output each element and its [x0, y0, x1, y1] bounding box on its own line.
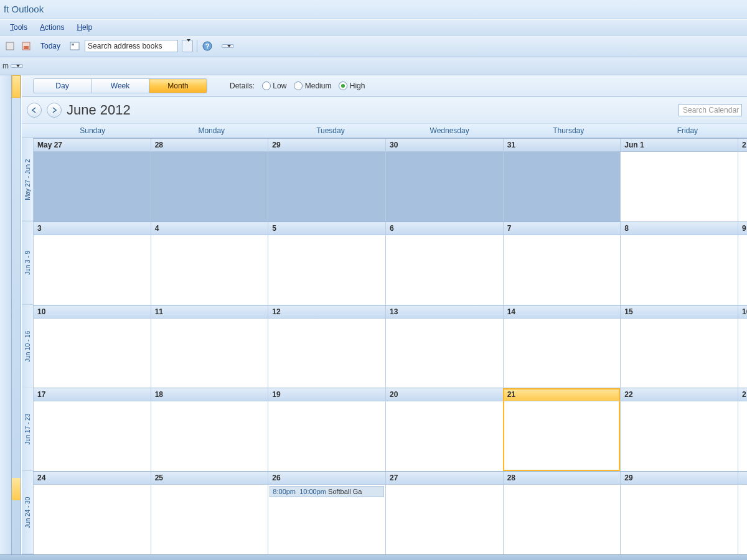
day-cell[interactable]: 29: [268, 139, 385, 222]
date-label: 28: [151, 139, 268, 152]
day-cell[interactable]: 18: [151, 388, 268, 471]
tab-week[interactable]: Week: [92, 79, 149, 93]
help-icon[interactable]: ?: [201, 40, 214, 52]
day-cell[interactable]: 6: [385, 222, 503, 305]
dayhead-tue: Tuesday: [271, 124, 390, 138]
week-row: 10111213141516: [33, 305, 747, 388]
date-label: 3: [34, 222, 151, 235]
menu-tools[interactable]: Tools: [5, 21, 32, 34]
date-label: 4: [151, 222, 268, 235]
date-label: 2: [738, 139, 747, 152]
nav-pane-collapsed[interactable]: [0, 75, 12, 554]
day-cell[interactable]: 15: [620, 306, 738, 388]
day-cell[interactable]: 17: [33, 388, 151, 471]
toolbar-icon-1[interactable]: [4, 40, 16, 52]
day-cell[interactable]: 8: [620, 222, 738, 305]
day-cell[interactable]: 3: [33, 222, 151, 305]
day-cell[interactable]: 4: [151, 222, 268, 305]
week-labels: May 27 - Jun 2 Jun 3 - 9 Jun 10 - 16 Jun…: [22, 138, 33, 554]
day-cell[interactable]: 30: [385, 139, 503, 222]
date-label: 15: [621, 306, 738, 319]
day-cell[interactable]: 29: [620, 472, 738, 554]
day-cell[interactable]: 21: [503, 388, 621, 471]
day-cell[interactable]: 14: [503, 306, 621, 388]
calendar-header: June 2012 Search Calendar: [22, 97, 747, 123]
next-button[interactable]: [47, 103, 62, 118]
radio-icon: [262, 82, 271, 90]
calendar-area: Day Week Month Details: Low Medium High …: [21, 75, 747, 554]
chevron-down-icon: [227, 45, 231, 47]
day-cell[interactable]: 2: [738, 388, 747, 471]
day-cell[interactable]: 24: [33, 472, 151, 554]
day-cell[interactable]: 11: [151, 306, 268, 388]
detail-medium[interactable]: Medium: [294, 82, 331, 91]
day-cell[interactable]: 5: [268, 222, 385, 305]
app-title: ft Outlook: [4, 4, 44, 14]
day-cell[interactable]: 31: [503, 139, 621, 222]
week-label[interactable]: May 27 - Jun 2: [22, 138, 33, 222]
menu-help-label: elp: [82, 23, 92, 32]
day-cell[interactable]: 7: [503, 222, 621, 305]
toolbar: Today Search address books ?: [0, 35, 747, 57]
nav-pane-strip[interactable]: [12, 75, 21, 554]
arrow-left-icon: [31, 107, 37, 113]
view-tabs: Day Week Month: [33, 78, 207, 93]
week-label[interactable]: Jun 24 - 30: [22, 471, 33, 554]
tab-day[interactable]: Day: [34, 79, 92, 93]
day-cell[interactable]: May 27: [33, 139, 151, 222]
arrow-right-icon: [51, 107, 57, 113]
day-cell[interactable]: 268:00pm 10:00pm Softball Ga: [268, 472, 385, 554]
day-cell[interactable]: 10: [33, 306, 151, 388]
menu-help[interactable]: Help: [72, 21, 97, 34]
calendar-grid: May 27 - Jun 2 Jun 3 - 9 Jun 10 - 16 Jun…: [22, 138, 747, 554]
day-cell[interactable]: [738, 472, 747, 554]
dayhead-mon: Monday: [152, 124, 271, 138]
week-row: May 2728293031Jun 12: [33, 138, 747, 222]
date-label: 8: [621, 222, 738, 235]
day-cell[interactable]: Jun 1: [620, 139, 738, 222]
prev-button[interactable]: [27, 103, 42, 118]
day-cell[interactable]: 13: [385, 306, 503, 388]
day-cell[interactable]: 2: [738, 139, 747, 222]
day-cell[interactable]: 9: [738, 222, 747, 305]
detail-low[interactable]: Low: [262, 82, 286, 91]
address-book-icon[interactable]: [68, 40, 81, 52]
separator: [197, 40, 197, 52]
day-cell[interactable]: 19: [268, 388, 385, 471]
calendar-event[interactable]: 8:00pm 10:00pm Softball Ga: [270, 486, 384, 497]
subbar-dropdown[interactable]: [11, 64, 23, 68]
day-cell[interactable]: 12: [268, 306, 385, 388]
date-label: 31: [504, 139, 621, 152]
radio-icon: [294, 82, 303, 90]
week-label[interactable]: Jun 17 - 23: [22, 388, 33, 471]
date-label: 14: [504, 306, 621, 319]
search-address-books[interactable]: Search address books: [85, 40, 178, 52]
subbar-label: m: [2, 62, 9, 70]
search-books-dropdown[interactable]: [182, 40, 193, 52]
help-dropdown[interactable]: [217, 44, 234, 48]
status-bar: [0, 554, 747, 560]
day-cell[interactable]: 22: [620, 388, 738, 471]
day-cell[interactable]: 27: [385, 472, 503, 554]
day-cell[interactable]: 20: [385, 388, 503, 471]
menu-actions[interactable]: Actions: [35, 21, 69, 34]
dayhead-thu: Thursday: [509, 124, 628, 138]
week-label[interactable]: Jun 3 - 9: [22, 222, 33, 305]
date-label: 11: [151, 306, 268, 319]
today-button[interactable]: Today: [36, 39, 65, 53]
nav-highlight-top: [12, 75, 21, 98]
date-label: 22: [621, 388, 738, 401]
day-cell[interactable]: 28: [503, 472, 621, 554]
search-calendar-input[interactable]: Search Calendar: [679, 104, 742, 116]
day-headers: Sunday Monday Tuesday Wednesday Thursday…: [22, 123, 747, 138]
date-label: 29: [268, 139, 385, 152]
date-label: 5: [268, 222, 385, 235]
toolbar-icon-2[interactable]: [20, 40, 32, 52]
day-cell[interactable]: 16: [738, 306, 747, 388]
detail-high[interactable]: High: [339, 82, 365, 91]
nav-highlight-bottom: [12, 478, 21, 500]
day-cell[interactable]: 25: [151, 472, 268, 554]
tab-month[interactable]: Month: [149, 79, 207, 93]
day-cell[interactable]: 28: [151, 139, 268, 222]
week-label[interactable]: Jun 10 - 16: [22, 305, 33, 388]
